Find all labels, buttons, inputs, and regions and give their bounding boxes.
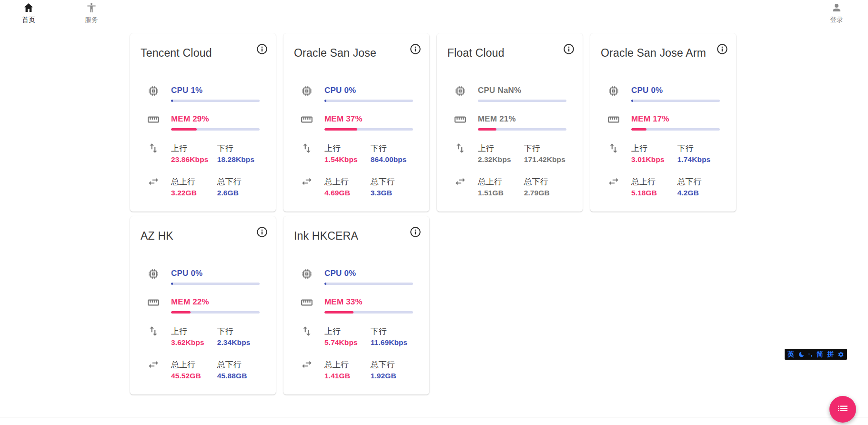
cpu-usage-label: CPU 1%: [171, 86, 260, 96]
server-grid: Tencent Cloud CPU 1% MEM 29%: [130, 33, 749, 395]
cpu-progress-bar: [324, 283, 413, 285]
server-card: AZ HK CPU 0% MEM 22%: [130, 216, 276, 395]
total-download-label: 总下行: [677, 176, 720, 188]
download-label: 下行: [524, 143, 566, 154]
mem-progress-bar: [478, 128, 566, 131]
card-header: Float Cloud: [437, 46, 583, 62]
mem-progress-fill: [171, 128, 197, 131]
cpu-progress-bar: [631, 100, 720, 102]
total-upload-label: 总上行: [324, 359, 371, 371]
mem-usage-label: MEM 37%: [324, 114, 413, 124]
cpu-row: CPU 0%: [283, 269, 429, 285]
speed-row: 上行 5.74Kbps 下行 11.69Kbps: [283, 326, 429, 347]
ime-simplified-toggle[interactable]: 简: [817, 349, 823, 360]
total-download-label: 总下行: [371, 359, 413, 371]
upload-label: 上行: [478, 143, 524, 154]
mem-usage-label: MEM 21%: [478, 114, 566, 124]
info-icon[interactable]: [256, 226, 268, 238]
total-download-label: 总下行: [371, 176, 413, 188]
nav-services-label: 服务: [85, 16, 98, 24]
swap-horiz-icon: [147, 358, 160, 371]
card-stats: CPU 0% MEM 33% 上行: [283, 269, 429, 380]
swap-vert-icon: [301, 325, 313, 337]
total-upload-value: 3.22GB: [171, 189, 217, 197]
server-name: Ink HKCERA: [294, 229, 358, 243]
download-label: 下行: [371, 326, 413, 337]
memory-ruler-icon: [147, 113, 160, 126]
upload-label: 上行: [171, 326, 217, 337]
server-list-fab[interactable]: [829, 396, 856, 423]
ime-lang-toggle[interactable]: 英: [787, 349, 794, 360]
server-name: Tencent Cloud: [141, 46, 212, 60]
card-stats: CPU 0% MEM 37% 上行: [283, 86, 429, 197]
total-upload-value: 1.51GB: [478, 189, 524, 197]
mem-row: MEM 21%: [437, 114, 583, 131]
total-download-value: 4.2GB: [677, 189, 720, 197]
server-card: Oracle San Jose CPU 0% MEM 3: [283, 33, 429, 212]
speed-row: 上行 2.32Kbps 下行 171.42Kbps: [437, 143, 583, 164]
cpu-chip-icon: [454, 85, 466, 97]
total-row: 总上行 45.52GB 总下行 45.88GB: [130, 359, 276, 380]
ime-punctuation-toggle[interactable]: ·‚: [808, 349, 813, 360]
mem-progress-fill: [324, 311, 353, 314]
ime-pinyin-toggle[interactable]: 拼: [827, 349, 834, 360]
upload-speed: 3.01Kbps: [631, 155, 677, 164]
memory-ruler-icon: [301, 113, 313, 126]
nav-item-login[interactable]: 登录: [827, 2, 846, 24]
info-icon[interactable]: [409, 43, 422, 55]
download-label: 下行: [217, 326, 260, 337]
top-nav: 首页 服务 登录: [0, 0, 868, 26]
swap-vert-icon: [607, 142, 620, 154]
cpu-usage-label: CPU NaN%: [478, 86, 566, 96]
card-header: Oracle San Jose: [283, 46, 429, 62]
swap-horiz-icon: [301, 358, 313, 371]
upload-label: 上行: [324, 143, 371, 154]
upload-speed: 2.32Kbps: [478, 155, 524, 164]
info-icon[interactable]: [409, 226, 422, 238]
info-icon[interactable]: [256, 43, 268, 55]
mem-usage-label: MEM 33%: [324, 297, 413, 307]
moon-icon[interactable]: [798, 351, 805, 358]
card-header: Oracle San Jose Arm: [590, 46, 736, 62]
server-card: Oracle San Jose Arm CPU 0% M: [590, 33, 736, 212]
cpu-chip-icon: [301, 268, 313, 280]
cpu-usage-label: CPU 0%: [631, 86, 720, 96]
cpu-row: CPU 0%: [283, 86, 429, 102]
download-speed: 171.42Kbps: [524, 155, 566, 164]
memory-ruler-icon: [454, 113, 466, 126]
info-icon[interactable]: [563, 43, 575, 55]
nav-item-home[interactable]: 首页: [19, 2, 38, 24]
swap-horiz-icon: [147, 175, 160, 188]
server-name: Float Cloud: [447, 46, 505, 60]
cpu-usage-label: CPU 0%: [324, 86, 413, 96]
mem-progress-fill: [631, 128, 646, 131]
total-download-value: 3.3GB: [371, 189, 413, 197]
mem-row: MEM 22%: [130, 297, 276, 314]
cpu-progress-bar: [478, 100, 566, 102]
download-label: 下行: [371, 143, 413, 154]
speed-row: 上行 23.86Kbps 下行 18.28Kbps: [130, 143, 276, 164]
swap-vert-icon: [147, 325, 160, 337]
person-icon: [831, 2, 842, 15]
card-stats: CPU 0% MEM 17% 上行: [590, 86, 736, 197]
swap-horiz-icon: [454, 175, 466, 188]
total-download-value: 2.6GB: [217, 189, 260, 197]
upload-speed: 5.74Kbps: [324, 338, 371, 347]
nav-item-services[interactable]: 服务: [82, 2, 101, 24]
download-label: 下行: [677, 143, 720, 154]
server-card: Float Cloud CPU NaN% MEM 21%: [437, 33, 583, 212]
swap-horiz-icon: [301, 175, 313, 188]
server-card: Ink HKCERA CPU 0% MEM 33%: [283, 216, 429, 395]
info-icon[interactable]: [716, 43, 728, 55]
total-download-value: 45.88GB: [217, 372, 260, 380]
total-download-label: 总下行: [217, 176, 260, 188]
list-icon: [837, 402, 849, 416]
total-row: 总上行 5.18GB 总下行 4.2GB: [590, 176, 736, 197]
total-upload-label: 总上行: [171, 359, 217, 371]
gear-icon[interactable]: [838, 351, 844, 358]
total-download-value: 2.79GB: [524, 189, 566, 197]
mem-row: MEM 29%: [130, 114, 276, 131]
cpu-usage-label: CPU 0%: [171, 269, 260, 279]
mem-usage-label: MEM 29%: [171, 114, 260, 124]
cpu-row: CPU 1%: [130, 86, 276, 102]
